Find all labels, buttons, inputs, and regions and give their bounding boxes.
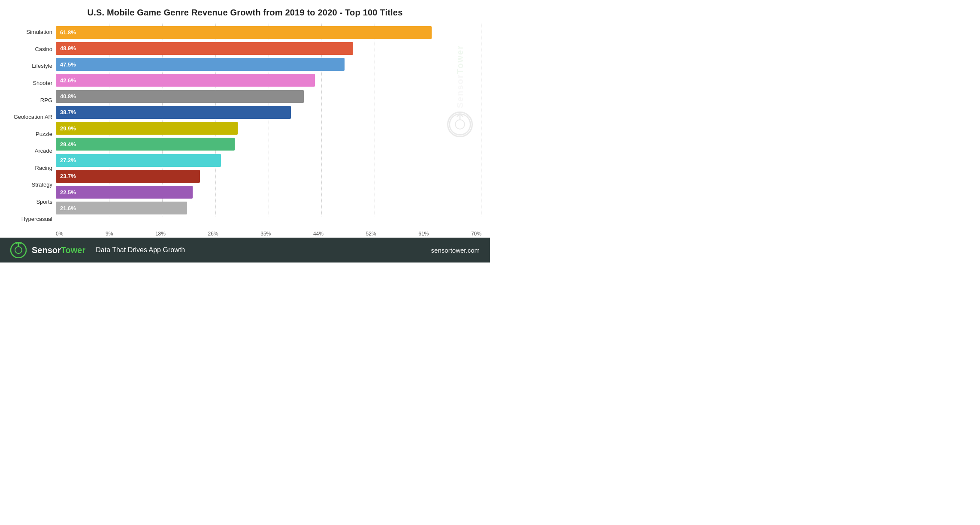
bar-sports: 22.5% (56, 186, 193, 199)
bar-value-label: 22.5% (60, 189, 76, 196)
y-label-shooter: Shooter (9, 75, 52, 91)
bar-shooter: 42.6% (56, 74, 315, 87)
bar-value-label: 29.9% (60, 125, 76, 132)
footer-left: SensorTower Data That Drives App Growth (10, 242, 185, 258)
bar-puzzle: 29.9% (56, 122, 238, 135)
bar-value-label: 38.7% (60, 109, 76, 115)
bar-value-label: 29.4% (60, 141, 76, 148)
x-tick-0: 0% (56, 231, 63, 237)
y-label-rpg: RPG (9, 92, 52, 108)
y-label-geolocation-ar: Geolocation AR (9, 109, 52, 125)
x-tick-4: 35% (260, 231, 271, 237)
x-tick-3: 26% (208, 231, 218, 237)
footer-url: sensortower.com (431, 247, 480, 254)
y-label-strategy: Strategy (9, 177, 52, 193)
bar-row-casino: 48.9% (56, 40, 481, 56)
x-tick-1: 9% (106, 231, 113, 237)
bar-row-strategy: 23.7% (56, 168, 481, 184)
bar-value-label: 42.6% (60, 77, 76, 84)
bar-row-geolocation-ar: 38.7% (56, 104, 481, 120)
bar-value-label: 40.8% (60, 93, 76, 100)
bar-row-hypercasual: 21.6% (56, 200, 481, 216)
x-tick-5: 44% (313, 231, 324, 237)
bar-simulation: 61.8% (56, 26, 432, 39)
chart-body: SimulationCasinoLifestyleShooterRPGGeolo… (9, 24, 481, 238)
bar-value-label: 48.9% (60, 45, 76, 51)
y-label-simulation: Simulation (9, 24, 52, 40)
svg-point-1 (455, 120, 465, 129)
y-label-racing: Racing (9, 160, 52, 176)
grid-and-bars: 61.8%48.9%47.5%42.6%40.8%38.7%29.9%29.4%… (56, 24, 481, 227)
bar-strategy: 23.7% (56, 170, 200, 183)
bar-row-simulation: 61.8% (56, 24, 481, 40)
bar-row-shooter: 42.6% (56, 72, 481, 88)
bar-geolocation-ar: 38.7% (56, 106, 291, 119)
bar-row-puzzle: 29.9% (56, 121, 481, 136)
footer-logo-icon (10, 242, 27, 258)
bar-row-sports: 22.5% (56, 184, 481, 200)
watermark-icon (447, 112, 473, 137)
bar-value-label: 23.7% (60, 173, 76, 179)
footer-brand: SensorTower (32, 245, 85, 255)
y-label-arcade: Arcade (9, 143, 52, 159)
bar-row-arcade: 29.4% (56, 136, 481, 152)
bar-value-label: 21.6% (60, 205, 76, 211)
bar-racing: 27.2% (56, 154, 221, 167)
watermark: SensorTower (447, 45, 473, 137)
bar-row-racing: 27.2% (56, 152, 481, 168)
svg-point-4 (15, 247, 22, 253)
bar-value-label: 27.2% (60, 157, 76, 163)
footer-brand-text: SensorTower (32, 245, 85, 255)
bars-container: 61.8%48.9%47.5%42.6%40.8%38.7%29.9%29.4%… (56, 24, 481, 217)
main-container: U.S. Mobile Game Genre Revenue Growth fr… (0, 0, 490, 262)
x-tick-6: 52% (366, 231, 376, 237)
chart-area: U.S. Mobile Game Genre Revenue Growth fr… (0, 0, 490, 238)
y-label-sports: Sports (9, 194, 52, 210)
bar-arcade: 29.4% (56, 138, 235, 151)
bar-row-rpg: 40.8% (56, 88, 481, 104)
bar-casino: 48.9% (56, 42, 353, 55)
x-tick-7: 61% (418, 231, 429, 237)
footer-tagline: Data That Drives App Growth (96, 246, 185, 254)
y-label-puzzle: Puzzle (9, 126, 52, 142)
chart-title: U.S. Mobile Game Genre Revenue Growth fr… (9, 8, 481, 18)
x-tick-2: 18% (155, 231, 166, 237)
x-axis: 0%9%18%26%35%44%52%61%70% (56, 227, 481, 238)
y-label-casino: Casino (9, 41, 52, 57)
bar-row-lifestyle: 47.5% (56, 57, 481, 72)
bar-rpg: 40.8% (56, 90, 304, 103)
y-label-hypercasual: Hypercasual (9, 211, 52, 227)
footer: SensorTower Data That Drives App Growth … (0, 238, 490, 262)
bars-and-grid: 61.8%48.9%47.5%42.6%40.8%38.7%29.9%29.4%… (56, 24, 481, 238)
bar-lifestyle: 47.5% (56, 58, 345, 71)
bar-value-label: 47.5% (60, 61, 76, 68)
bar-value-label: 61.8% (60, 29, 76, 36)
x-tick-8: 70% (471, 231, 481, 237)
bar-hypercasual: 21.6% (56, 202, 187, 214)
y-label-lifestyle: Lifestyle (9, 58, 52, 74)
y-axis-labels: SimulationCasinoLifestyleShooterRPGGeolo… (9, 24, 56, 238)
